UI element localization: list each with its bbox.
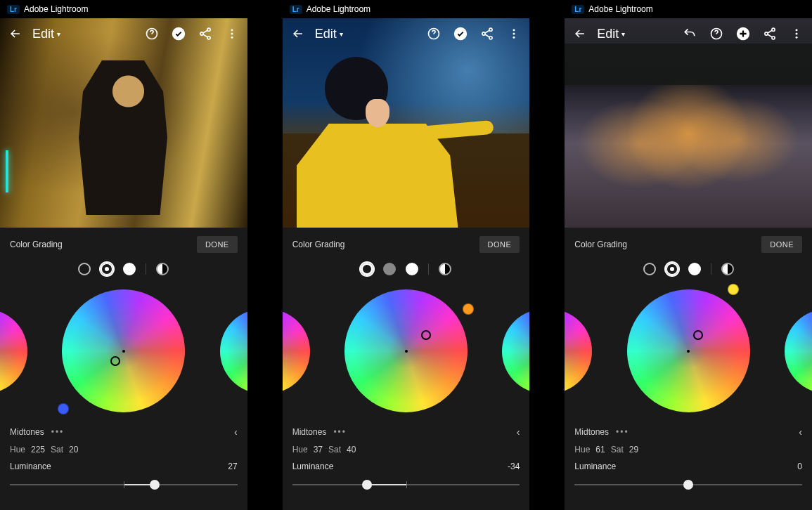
edit-label: Edit <box>32 27 54 41</box>
more-icon[interactable] <box>224 25 240 42</box>
mode-global[interactable] <box>156 263 169 275</box>
color-grading-panel: Color Grading DONE Midtones ••• ‹ <box>0 228 247 510</box>
color-grading-panel: Color Grading DONE Midtones ••• ‹ <box>565 228 812 510</box>
hue-label: Hue <box>574 445 590 455</box>
app-name: Adobe Lightroom <box>307 4 370 14</box>
section-options-icon[interactable]: ••• <box>616 427 629 437</box>
mode-midtones[interactable] <box>666 263 678 275</box>
check-icon[interactable] <box>452 25 469 42</box>
wheel-picker[interactable] <box>421 330 431 340</box>
add-icon[interactable] <box>735 25 752 42</box>
panel-title: Color Grading <box>10 240 63 249</box>
screen-1: Lr Adobe Lightroom Edit▾ Color Grading D… <box>0 0 247 510</box>
mode-separator <box>428 263 429 275</box>
mode-shadows[interactable] <box>361 263 373 275</box>
mode-highlights[interactable] <box>123 263 136 275</box>
next-wheel[interactable] <box>502 309 529 393</box>
mode-highlights[interactable] <box>406 263 418 275</box>
done-button[interactable]: DONE <box>479 236 520 253</box>
color-wheel[interactable] <box>627 289 750 412</box>
wheel-row <box>292 282 520 419</box>
luminance-label: Luminance <box>10 462 51 471</box>
luminance-slider[interactable] <box>292 480 520 490</box>
prev-wheel[interactable] <box>283 309 310 393</box>
photo-preview[interactable]: Edit▾ <box>283 18 530 228</box>
color-grading-panel: Color Grading DONE Midtones ••• ‹ <box>283 228 530 510</box>
mode-midtones[interactable] <box>101 263 113 275</box>
edit-label: Edit <box>597 27 619 41</box>
svg-point-6 <box>231 33 233 35</box>
next-wheel[interactable] <box>220 309 247 393</box>
edit-dropdown[interactable]: Edit▾ <box>32 27 60 41</box>
more-icon[interactable] <box>505 25 522 42</box>
app-logo: Lr <box>290 5 302 14</box>
hue-value: 225 <box>31 445 45 455</box>
luminance-slider[interactable] <box>574 480 802 490</box>
chevron-left-icon[interactable]: ‹ <box>234 426 238 438</box>
wheel-picker[interactable] <box>110 356 120 366</box>
sat-label: Sat <box>328 445 341 455</box>
luminance-slider[interactable] <box>10 480 238 490</box>
help-icon[interactable] <box>708 25 725 42</box>
mode-highlights[interactable] <box>688 263 701 275</box>
hue-indicator-dot[interactable] <box>728 284 739 295</box>
slider-thumb[interactable] <box>150 480 160 490</box>
slider-thumb[interactable] <box>683 480 693 490</box>
svg-point-2 <box>207 28 210 31</box>
luminance-value: 27 <box>228 462 237 471</box>
mode-shadows[interactable] <box>78 263 91 275</box>
svg-point-20 <box>772 37 775 39</box>
share-icon[interactable] <box>761 25 778 42</box>
hue-value: 61 <box>595 445 605 455</box>
mode-global[interactable] <box>721 263 734 275</box>
status-bar: Lr Adobe Lightroom <box>565 0 812 18</box>
edit-toolbar: Edit▾ <box>0 18 247 49</box>
share-icon[interactable] <box>479 25 496 42</box>
photo-preview[interactable]: Edit▾ <box>565 18 812 228</box>
mode-midtones[interactable] <box>383 263 396 275</box>
back-icon[interactable] <box>7 25 24 42</box>
done-button[interactable]: DONE <box>197 236 238 253</box>
chevron-left-icon[interactable]: ‹ <box>517 426 520 438</box>
photo-preview[interactable]: Edit▾ <box>0 18 247 228</box>
sat-value: 40 <box>347 445 356 455</box>
wheel-picker[interactable] <box>693 330 703 340</box>
prev-wheel[interactable] <box>0 309 27 393</box>
help-icon[interactable] <box>143 25 160 42</box>
photo-placeholder <box>565 18 812 228</box>
prev-wheel[interactable] <box>565 309 592 393</box>
status-bar: Lr Adobe Lightroom <box>0 0 247 18</box>
screen-3: Lr Adobe Lightroom Edit▾ Color Grading D… <box>565 0 812 510</box>
edit-dropdown[interactable]: Edit▾ <box>597 27 625 41</box>
app-logo: Lr <box>572 5 584 14</box>
done-button[interactable]: DONE <box>761 236 802 253</box>
app-name: Adobe Lightroom <box>24 4 88 14</box>
back-icon[interactable] <box>290 25 307 42</box>
panel-title: Color Grading <box>574 240 627 249</box>
hue-indicator-dot[interactable] <box>58 403 69 414</box>
share-icon[interactable] <box>197 25 214 42</box>
svg-point-3 <box>200 32 203 35</box>
hue-indicator-dot[interactable] <box>463 303 474 315</box>
color-wheel[interactable] <box>62 289 185 412</box>
section-options-icon[interactable]: ••• <box>51 427 65 437</box>
help-icon[interactable] <box>425 25 442 42</box>
next-wheel[interactable] <box>785 309 812 393</box>
edit-dropdown[interactable]: Edit▾ <box>315 27 343 41</box>
chevron-left-icon[interactable]: ‹ <box>799 426 802 438</box>
hue-label: Hue <box>292 445 308 455</box>
edit-label: Edit <box>315 27 337 41</box>
color-wheel[interactable] <box>344 289 468 412</box>
svg-point-21 <box>796 29 798 31</box>
mode-global[interactable] <box>439 263 451 275</box>
section-options-icon[interactable]: ••• <box>333 427 347 437</box>
svg-point-13 <box>513 29 515 31</box>
luminance-value: -34 <box>508 462 520 471</box>
section-label: Midtones <box>292 427 327 437</box>
more-icon[interactable] <box>788 25 805 42</box>
slider-thumb[interactable] <box>362 480 372 490</box>
check-icon[interactable] <box>170 25 187 42</box>
back-icon[interactable] <box>572 25 588 42</box>
undo-icon[interactable] <box>681 25 698 42</box>
mode-shadows[interactable] <box>643 263 656 275</box>
